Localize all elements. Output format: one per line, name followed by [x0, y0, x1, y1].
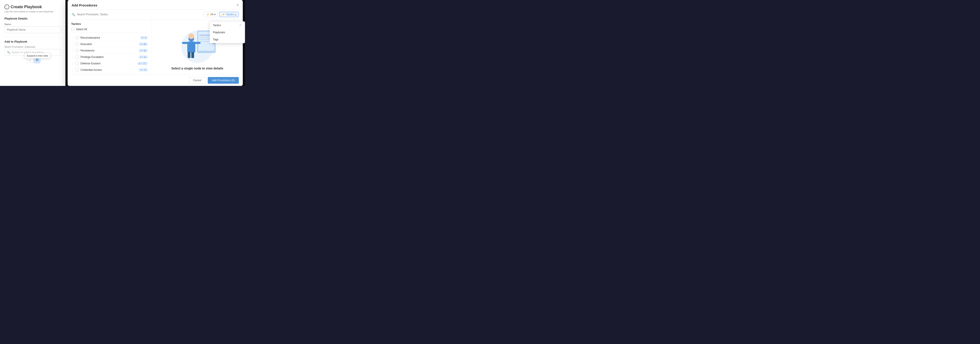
svg-rect-10 — [199, 41, 208, 42]
tactic-name: Credential Access — [81, 68, 137, 72]
tactic-checkbox[interactable] — [76, 43, 79, 46]
tactic-name: Execution — [81, 43, 137, 46]
tactic-checkbox[interactable] — [76, 68, 79, 72]
dropdown-item-label: Tactics — [213, 24, 221, 27]
tactic-count: 0 / 58 — [138, 49, 148, 52]
page-title: Create Playbook — [11, 5, 42, 9]
svg-rect-13 — [187, 42, 195, 53]
filter-dropdown: Tactics ✓ Playbooks Tags — [210, 21, 245, 43]
svg-rect-3 — [37, 60, 38, 61]
tactic-checkbox[interactable] — [76, 49, 79, 52]
svg-rect-16 — [182, 42, 188, 44]
search-icon: 🔍 — [72, 13, 75, 16]
svg-point-14 — [188, 34, 194, 39]
filter-active-icon: ⚡ — [222, 13, 225, 16]
tactic-count: 0 / 6 — [140, 36, 148, 40]
tactics-list: ⌄ Reconnaissance 0 / 6 ⌄ Execution 0 / 6… — [71, 35, 148, 75]
svg-rect-18 — [191, 52, 194, 58]
expand-icon[interactable]: ⌄ — [71, 56, 74, 58]
dropdown-item[interactable]: Tactics ✓ — [210, 22, 245, 29]
chevron-up-icon: ▴ — [235, 13, 236, 16]
filter-icon: ⚡ — [206, 13, 210, 16]
add-procedures-button[interactable]: Add Procedures (0) — [208, 77, 239, 84]
expand-icon[interactable]: ⌄ — [71, 62, 74, 65]
expand-icon[interactable]: ⌄ — [71, 37, 74, 39]
back-button[interactable]: ← Create Playbook — [5, 5, 61, 9]
left-panel: ← Create Playbook Use the form below to … — [0, 0, 65, 86]
svg-rect-9 — [199, 39, 210, 40]
add-to-playbook-heading: Add to Playbook — [5, 37, 61, 43]
tactics-heading: Tactics — [71, 22, 148, 26]
filter-section: ⚡ All ▾ ⚡ Tactics ▴ — [204, 12, 239, 17]
tactic-count: 0 / 68 — [138, 42, 148, 46]
chevron-down-icon: ▾ — [214, 13, 215, 16]
modal-overlay: Add Procedures × 🔍 ⚡ All ▾ ⚡ Tactics ▴ — [65, 0, 245, 86]
expand-icon[interactable]: ⌄ — [71, 50, 74, 52]
select-procedure-label: Select Procedure: (Optional) — [5, 45, 61, 48]
tactic-checkbox[interactable] — [76, 36, 79, 39]
subtitle: Use the form below to create a new playb… — [5, 10, 61, 13]
dropdown-items: Tactics ✓ Playbooks Tags — [210, 22, 245, 43]
check-icon: ✓ — [239, 24, 242, 27]
tactic-count: 0 / 74 — [138, 68, 148, 72]
playbook-details-heading: Playbook Details — [5, 17, 61, 20]
tactic-name: Privilege Escalation — [81, 56, 137, 59]
back-icon: ← — [5, 5, 9, 9]
expand-icon[interactable]: ⌄ — [71, 69, 74, 71]
expand-icon[interactable]: ⌄ — [71, 43, 74, 45]
filter-tactics-button[interactable]: ⚡ Tactics ▴ — [219, 12, 239, 17]
search-bar: 🔍 ⚡ All ▾ ⚡ Tactics ▴ — [68, 10, 243, 19]
close-button[interactable]: × — [236, 3, 239, 7]
modal-footer: Cancel Add Procedures (0) — [68, 75, 243, 86]
dropdown-item-label: Tags — [213, 38, 218, 41]
dropdown-item[interactable]: Tags — [210, 36, 245, 43]
name-label: Name — [5, 23, 61, 26]
svg-rect-15 — [195, 42, 200, 44]
select-all-checkbox[interactable] — [71, 28, 74, 31]
tactic-row: ⌄ Credential Access 0 / 74 — [71, 67, 148, 73]
modal-header: Add Procedures × — [68, 0, 243, 10]
svg-rect-0 — [36, 59, 37, 60]
select-all-row: Select All — [71, 28, 148, 33]
svg-rect-8 — [199, 37, 209, 38]
select-node-text: Select a single node to view details — [172, 67, 223, 70]
tactic-name: Defense Evasion — [81, 62, 135, 65]
tactics-panel: Tactics Select All ⌄ Reconnaissance 0 / … — [68, 19, 152, 75]
playbook-name-input[interactable] — [5, 26, 61, 33]
svg-rect-17 — [188, 52, 191, 58]
filter-all-button[interactable]: ⚡ All ▾ — [204, 12, 218, 17]
tactic-count: 0 / 16 — [138, 55, 148, 59]
modal-title: Add Procedures — [72, 3, 97, 7]
cancel-button[interactable]: Cancel — [189, 77, 205, 84]
select-all-label: Select All — [76, 28, 87, 31]
tactic-row: ⌄ Execution 0 / 68 — [71, 41, 148, 48]
tactic-count: 0 / 172 — [137, 62, 148, 65]
tactic-name: Persistence — [81, 49, 137, 52]
tactic-row: ⌄ Defense Evasion 0 / 172 — [71, 60, 148, 67]
tooltip: Expand in tree view — [24, 53, 51, 59]
tactic-checkbox[interactable] — [76, 62, 79, 65]
dropdown-item-label: Playbooks — [213, 31, 225, 34]
search-icon: 🔍 — [7, 51, 10, 54]
tactic-row: ⌄ Reconnaissance 0 / 6 — [71, 35, 148, 41]
tactic-row: ⌄ Persistence 0 / 58 — [71, 48, 148, 54]
tactic-name: Reconnaissance — [81, 36, 138, 39]
tactic-row: ⌄ Privilege Escalation 0 / 16 — [71, 54, 148, 60]
dropdown-item[interactable]: Playbooks — [210, 29, 245, 36]
procedure-search-input[interactable] — [77, 13, 202, 16]
svg-rect-2 — [36, 60, 37, 61]
svg-rect-1 — [37, 59, 38, 60]
tactic-checkbox[interactable] — [76, 56, 79, 59]
